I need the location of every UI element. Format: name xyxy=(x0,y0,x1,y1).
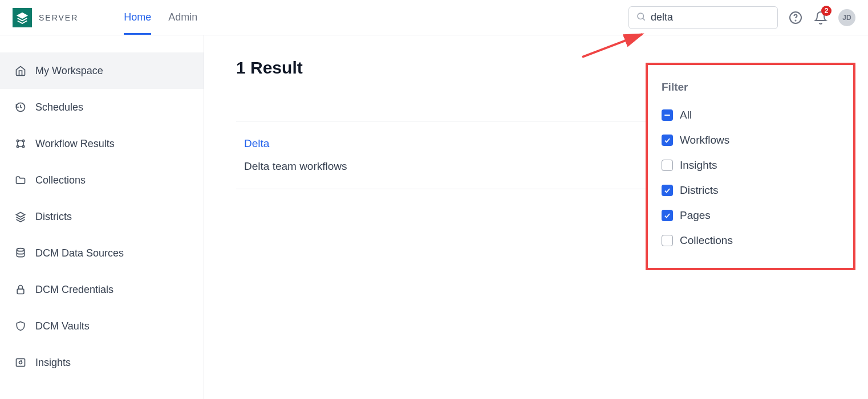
svg-point-13 xyxy=(19,361,22,364)
nodes-icon xyxy=(15,138,26,149)
result-description: Delta team workflows xyxy=(244,160,347,173)
home-icon xyxy=(15,65,26,76)
sidebar-item-collections[interactable]: Collections xyxy=(0,162,204,198)
filter-option-districts[interactable]: Districts xyxy=(662,178,839,203)
result-title-link[interactable]: Delta xyxy=(244,137,347,150)
sidebar-item-schedules[interactable]: Schedules xyxy=(0,89,204,125)
svg-point-7 xyxy=(17,145,18,147)
svg-rect-12 xyxy=(17,359,25,366)
svg-point-10 xyxy=(17,249,24,251)
logo-icon xyxy=(13,8,32,27)
sidebar-item-label: Schedules xyxy=(35,101,83,113)
sidebar-item-dcm-credentials[interactable]: DCM Credentials xyxy=(0,271,204,308)
filter-option-insights[interactable]: Insights xyxy=(662,153,839,178)
sidebar-item-dcm-vaults[interactable]: DCM Vaults xyxy=(0,308,204,344)
nav-admin[interactable]: Admin xyxy=(168,0,197,35)
svg-point-6 xyxy=(22,140,24,141)
sidebar-item-label: Collections xyxy=(35,174,86,186)
svg-line-2 xyxy=(643,18,644,20)
filter-option-workflows[interactable]: Workflows xyxy=(662,128,839,153)
search-icon xyxy=(636,11,646,24)
svg-line-14 xyxy=(21,360,22,361)
gauge-icon xyxy=(15,357,26,368)
sidebar-item-dcm-data-sources[interactable]: DCM Data Sources xyxy=(0,235,204,271)
filter-option-label: Insights xyxy=(680,159,717,172)
primary-nav: Home Admin xyxy=(124,0,197,35)
checkbox-unchecked-icon xyxy=(662,160,673,171)
notification-badge: 2 xyxy=(821,6,832,16)
sidebar-item-label: Workflow Results xyxy=(35,138,115,150)
folder-icon xyxy=(15,174,26,186)
sidebar-item-workflow-results[interactable]: Workflow Results xyxy=(0,125,204,162)
sidebar-item-districts[interactable]: Districts xyxy=(0,198,204,235)
svg-point-1 xyxy=(638,13,644,19)
avatar[interactable]: JD xyxy=(838,9,855,26)
filter-option-all[interactable]: All xyxy=(662,103,839,128)
checkbox-checked-icon xyxy=(662,135,673,146)
svg-rect-11 xyxy=(17,289,24,294)
filter-option-label: Collections xyxy=(680,234,733,247)
svg-point-8 xyxy=(22,145,24,147)
svg-point-4 xyxy=(796,20,796,21)
layers-icon xyxy=(15,211,26,222)
shield-icon xyxy=(15,320,26,332)
sidebar-item-label: DCM Vaults xyxy=(35,320,90,332)
checkbox-checked-icon xyxy=(662,210,673,221)
checkbox-checked-icon xyxy=(662,185,673,196)
top-header: SERVER Home Admin 2 JD xyxy=(0,0,868,35)
filter-option-label: Workflows xyxy=(680,134,729,146)
search-input[interactable] xyxy=(651,11,783,23)
checkbox-unchecked-icon xyxy=(662,235,673,246)
svg-marker-0 xyxy=(18,13,27,18)
filter-option-label: All xyxy=(680,109,692,121)
filter-panel: Filter All Workflows Insights Districts … xyxy=(646,63,855,270)
brand-text: SERVER xyxy=(39,13,78,22)
brand: SERVER xyxy=(13,8,78,27)
nav-home[interactable]: Home xyxy=(124,0,151,35)
filter-option-pages[interactable]: Pages xyxy=(662,203,839,228)
lock-icon xyxy=(15,284,26,295)
sidebar-item-label: Insights xyxy=(35,357,71,369)
sidebar-item-label: DCM Credentials xyxy=(35,284,113,296)
database-icon xyxy=(15,247,26,259)
history-icon xyxy=(15,101,26,113)
search-box[interactable] xyxy=(628,6,778,29)
sidebar-item-insights[interactable]: Insights xyxy=(0,344,204,381)
filter-option-label: Districts xyxy=(680,184,719,197)
notifications-button[interactable]: 2 xyxy=(813,10,828,25)
svg-marker-9 xyxy=(17,213,25,217)
header-right: 2 JD xyxy=(628,6,855,29)
filter-option-label: Pages xyxy=(680,209,711,222)
sidebar-item-label: My Workspace xyxy=(35,65,103,77)
sidebar-item-my-workspace[interactable]: My Workspace xyxy=(0,52,204,89)
checkbox-indeterminate-icon xyxy=(662,109,673,121)
filter-title: Filter xyxy=(662,81,839,93)
sidebar-item-label: DCM Data Sources xyxy=(35,247,124,259)
sidebar: My Workspace Schedules Workflow Results … xyxy=(0,35,204,399)
help-button[interactable] xyxy=(788,10,803,25)
filter-option-collections[interactable]: Collections xyxy=(662,228,839,253)
svg-point-5 xyxy=(17,140,18,141)
sidebar-item-label: Districts xyxy=(35,211,72,223)
